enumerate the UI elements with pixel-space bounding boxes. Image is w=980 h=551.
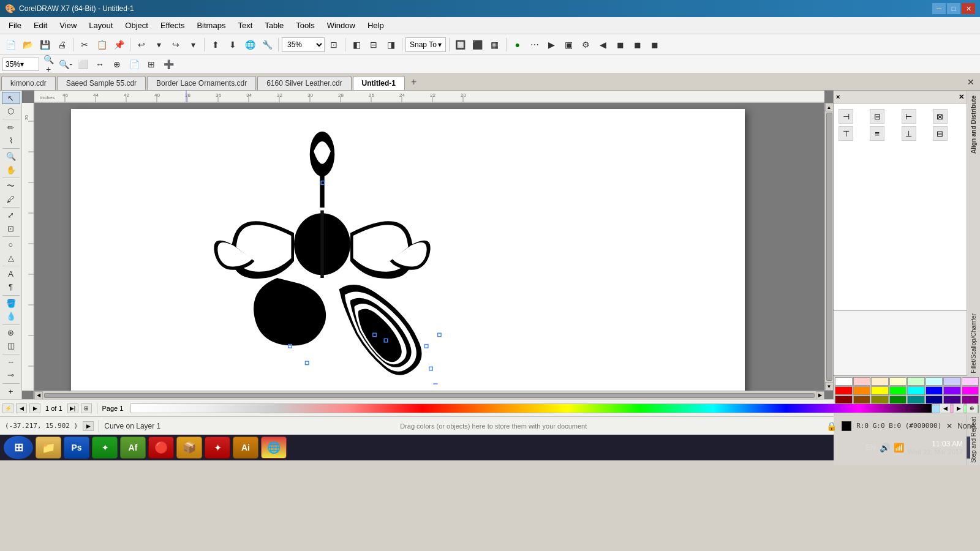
eyedrop-tool[interactable]: 💧	[2, 310, 20, 323]
zoom-fit-page[interactable]: ⬜	[75, 56, 91, 72]
swatch-cyan[interactable]	[907, 386, 925, 395]
freehand-tool[interactable]: ✏	[2, 121, 20, 133]
drawing-canvas[interactable]	[71, 109, 745, 399]
menu-help[interactable]: Help	[361, 18, 390, 32]
maximize-button[interactable]: □	[947, 3, 960, 14]
extra3[interactable]: ◀	[595, 37, 611, 53]
extra2[interactable]: ⚙	[578, 37, 594, 53]
zoom-out-button[interactable]: 🔍-	[58, 56, 74, 72]
zoom-select[interactable]: 35% 50% 75% 100%	[282, 37, 325, 52]
vscrollbar[interactable]: ▲ ▼	[824, 103, 833, 391]
swatch-5[interactable]	[925, 377, 943, 386]
swatch-white[interactable]	[835, 377, 853, 386]
align-left-btn[interactable]: ◧	[349, 37, 364, 53]
connector-tool[interactable]: ╌	[2, 356, 20, 369]
swatch-3[interactable]	[889, 377, 907, 386]
zoom-in-button[interactable]: 🔍+	[40, 56, 56, 72]
taskbar-app2[interactable]: 📦	[176, 437, 202, 459]
page-prev-btn[interactable]: ◀	[16, 403, 27, 413]
start-button[interactable]: ⊞	[4, 436, 33, 459]
undo-button[interactable]: ↩	[134, 37, 149, 53]
paste-button[interactable]: 📌	[111, 37, 127, 53]
shadow-tool[interactable]: ◫	[2, 340, 20, 352]
extra-button[interactable]: 🔧	[259, 37, 275, 53]
align-left[interactable]: ⊣	[839, 109, 853, 124]
view-manager[interactable]: 🔲	[453, 37, 469, 53]
status-info-btn[interactable]: ▶	[83, 421, 94, 431]
align-distribute-h[interactable]: ⊠	[933, 109, 948, 124]
save-button[interactable]: 💾	[37, 37, 53, 53]
node-tool[interactable]: ⬡	[2, 105, 20, 117]
crop-tool[interactable]: ⊡	[2, 222, 20, 234]
shape-tool[interactable]: ○	[2, 239, 20, 251]
redo-dropdown[interactable]: ▾	[185, 37, 201, 53]
taskbar-file-manager[interactable]: 📁	[36, 437, 61, 459]
tab-untitled[interactable]: Untitled-1	[353, 76, 405, 90]
zoom-plus[interactable]: ➕	[160, 56, 176, 72]
align-panel-label[interactable]: Align and Distribute	[968, 91, 979, 159]
zoom-tool[interactable]: 🔍	[2, 151, 20, 163]
scroll-left-button[interactable]: ◀	[34, 391, 43, 400]
canvas-area[interactable]: inches 46 44 42 40 38 36 34 32 30	[22, 91, 833, 399]
swatch-7[interactable]	[962, 377, 979, 386]
tab-border[interactable]: Border Lace Ornaments.cdr	[147, 76, 256, 90]
page-start-btn[interactable]: ⚡	[2, 403, 13, 413]
page-end-btn[interactable]: ▶|	[67, 403, 78, 413]
zoom-selected[interactable]: ⊕	[109, 56, 125, 72]
align-right-btn[interactable]: ◨	[383, 37, 399, 53]
swatch-red[interactable]	[835, 386, 853, 395]
dimension-tool[interactable]: ⊸	[2, 369, 20, 381]
taskbar-photoshop[interactable]: Ps	[64, 437, 89, 459]
hscroll-thumb[interactable]	[44, 393, 815, 398]
taskbar-affinity[interactable]: Af	[120, 437, 146, 459]
record-btn[interactable]: ●	[510, 37, 526, 53]
align-distribute-v[interactable]: ⊟	[933, 126, 948, 141]
align-top[interactable]: ⊤	[839, 126, 853, 141]
extra6[interactable]: ◼	[647, 37, 663, 53]
zoom-page[interactable]: 📄	[126, 56, 142, 72]
open-button[interactable]: 📂	[20, 37, 36, 53]
tab-silver[interactable]: 6160 Silver Leather.cdr	[257, 76, 351, 90]
view-opt2[interactable]: ⬛	[470, 37, 486, 53]
align-center-h[interactable]: ⊟	[870, 109, 884, 124]
menu-layout[interactable]: Layout	[83, 18, 119, 32]
fillet-label[interactable]: Fillet/Scallop/Chamfer	[969, 311, 978, 376]
menu-effects[interactable]: Effects	[154, 18, 191, 32]
menu-object[interactable]: Object	[119, 18, 154, 32]
zoom-fit-width[interactable]: ↔	[92, 56, 108, 72]
print-button[interactable]: 🖨	[54, 37, 70, 53]
redo-button[interactable]: ↪	[168, 37, 184, 53]
text-tool[interactable]: A	[2, 268, 20, 280]
add-page-btn[interactable]: +	[2, 386, 20, 398]
color-scroll-left[interactable]: ◀	[940, 403, 951, 413]
view-opt3[interactable]: ▦	[487, 37, 503, 53]
align-center-v[interactable]: ≡	[870, 126, 884, 141]
hscrollbar[interactable]: ◀ ▶	[34, 391, 824, 399]
color-scroll-right[interactable]: ▶	[953, 403, 964, 413]
color-scroll-bar[interactable]	[130, 403, 932, 413]
tab-kimono[interactable]: kimono.cdr	[1, 76, 56, 90]
menu-bitmaps[interactable]: Bitmaps	[190, 18, 232, 32]
curve-tool[interactable]: 〜	[2, 180, 20, 192]
swatch-6[interactable]	[943, 377, 961, 386]
taskbar-app3[interactable]: ✦	[205, 437, 230, 459]
swatch-1[interactable]	[853, 377, 871, 386]
swatch-4[interactable]	[907, 377, 925, 386]
minimize-button[interactable]: ─	[932, 3, 946, 14]
new-button[interactable]: 📄	[2, 37, 18, 53]
scroll-up-button[interactable]: ▲	[825, 103, 834, 111]
taskbar-illustrator[interactable]: Ai	[233, 437, 258, 459]
align-center-btn[interactable]: ⊟	[366, 37, 382, 53]
menu-window[interactable]: Window	[321, 18, 361, 32]
smart-tool[interactable]: ⌇	[2, 134, 20, 146]
fill-tool[interactable]: 🪣	[2, 298, 20, 310]
pan-tool[interactable]: ✋	[2, 163, 20, 176]
shape-tool2[interactable]: △	[2, 252, 20, 264]
select-tool[interactable]: ↖	[2, 92, 20, 104]
swatch-orange[interactable]	[853, 386, 871, 395]
play-btn[interactable]: ▶	[544, 37, 560, 53]
tab-saeed[interactable]: Saeed Sample 55.cdr	[57, 76, 146, 90]
export-button[interactable]: ⬇	[225, 37, 241, 53]
menu-text[interactable]: Text	[232, 18, 258, 32]
swatch-magenta[interactable]	[962, 386, 979, 395]
